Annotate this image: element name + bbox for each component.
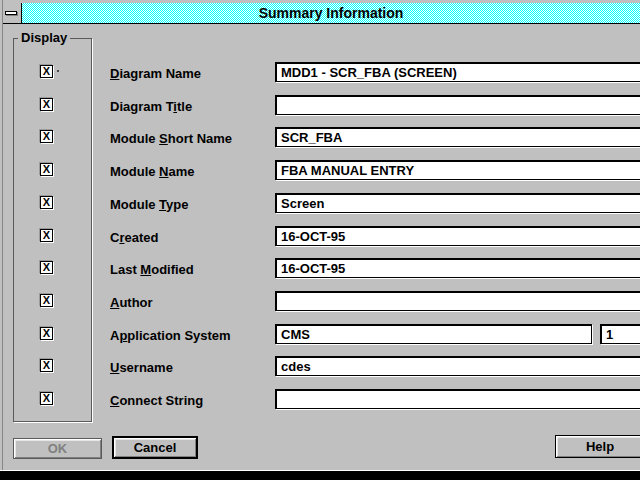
field-label: Module Type <box>110 197 189 212</box>
display-checkbox[interactable]: X <box>40 229 53 242</box>
field-label: Application System <box>110 328 231 343</box>
display-checkbox[interactable]: X <box>40 359 53 372</box>
checkbox-x-icon: X <box>43 294 50 306</box>
checkbox-x-icon: X <box>43 130 50 142</box>
summary-information-dialog: Summary Information Display XDiagram Nam… <box>0 0 640 471</box>
text-field[interactable]: FBA MANUAL ENTRY <box>275 160 640 180</box>
display-checkbox[interactable]: X <box>40 130 53 143</box>
system-menu-button[interactable] <box>3 3 22 24</box>
stray-pixel-dot <box>57 70 59 72</box>
text-field[interactable] <box>275 95 640 115</box>
display-checkbox[interactable]: X <box>40 294 53 307</box>
checkbox-x-icon: X <box>43 261 50 273</box>
text-field-secondary[interactable]: 1 <box>600 324 640 344</box>
checkbox-x-icon: X <box>43 327 50 339</box>
cancel-button[interactable]: Cancel <box>112 436 198 459</box>
field-label: Diagram Title <box>110 99 192 114</box>
title-bar[interactable]: Summary Information <box>22 3 640 24</box>
field-label: Diagram Name <box>110 66 201 81</box>
checkbox-x-icon: X <box>43 229 50 241</box>
checkbox-x-icon: X <box>43 163 50 175</box>
control-menu-dash-icon <box>5 11 17 15</box>
field-label: Module Name <box>110 164 195 179</box>
checkbox-x-icon: X <box>43 65 50 77</box>
display-checkbox[interactable]: X <box>40 261 53 274</box>
field-label: Last Modified <box>110 262 194 277</box>
display-checkbox[interactable]: X <box>40 65 53 78</box>
display-checkbox[interactable]: X <box>40 392 53 405</box>
text-field[interactable]: CMS <box>275 324 592 344</box>
display-checkbox[interactable]: X <box>40 98 53 111</box>
ok-button[interactable]: OK <box>13 438 102 459</box>
text-field[interactable]: Screen <box>275 193 640 213</box>
checkbox-x-icon: X <box>43 196 50 208</box>
field-label: Created <box>110 230 158 245</box>
text-field[interactable]: SCR_FBA <box>275 127 640 147</box>
checkbox-x-icon: X <box>43 98 50 110</box>
window-left-border <box>2 0 3 470</box>
text-field[interactable] <box>275 291 640 311</box>
field-label: Username <box>110 360 173 375</box>
text-field[interactable]: MDD1 - SCR_FBA (SCREEN) <box>275 62 640 82</box>
help-button[interactable]: Help <box>555 435 640 458</box>
text-field[interactable]: 16-OCT-95 <box>275 226 640 246</box>
field-label: Connect String <box>110 393 203 408</box>
checkbox-x-icon: X <box>43 392 50 404</box>
text-field[interactable]: 16-OCT-95 <box>275 258 640 278</box>
field-label: Module Short Name <box>110 131 232 146</box>
display-group-label: Display <box>18 30 70 45</box>
text-field[interactable] <box>275 389 640 409</box>
window-title: Summary Information <box>259 5 404 21</box>
display-checkbox[interactable]: X <box>40 196 53 209</box>
display-checkbox[interactable]: X <box>40 163 53 176</box>
field-label: Author <box>110 295 153 310</box>
text-field[interactable]: cdes <box>275 356 640 376</box>
checkbox-x-icon: X <box>43 359 50 371</box>
display-checkbox[interactable]: X <box>40 327 53 340</box>
